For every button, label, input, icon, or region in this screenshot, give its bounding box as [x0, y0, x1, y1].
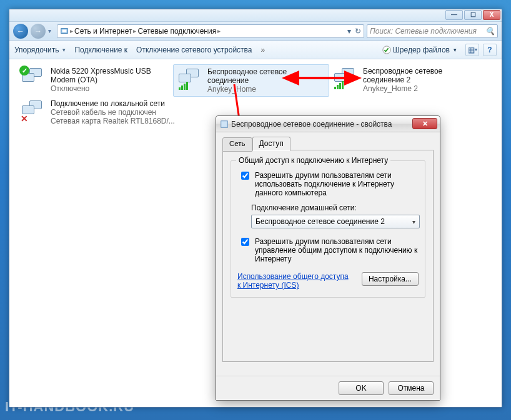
- connection-item[interactable]: ✕ Подключение по локальной сети Сетевой …: [17, 97, 186, 128]
- wifi-icon: [333, 67, 359, 90]
- conn-name: Беспроводное сетевое соединение: [207, 67, 325, 85]
- back-button[interactable]: ←: [13, 24, 28, 39]
- lan-icon: ✕: [21, 99, 47, 123]
- settings-button[interactable]: Настройка...: [362, 272, 419, 286]
- dialog-icon: [220, 120, 229, 129]
- ok-button[interactable]: OK: [339, 381, 384, 395]
- organize-menu[interactable]: Упорядочить: [14, 46, 66, 54]
- dialog-footer: OK Отмена: [216, 376, 440, 400]
- conn-name: Nokia 5220 XpressMusic USB Modem (OTA): [51, 67, 169, 84]
- svg-rect-7: [221, 120, 228, 127]
- breadcrumb-sep: ▸: [133, 27, 136, 34]
- modem-icon: ✓: [21, 67, 47, 90]
- homenet-combobox[interactable]: Беспроводное сетевое соединение 2: [251, 215, 420, 228]
- search-placeholder: Поиск: Сетевые подключения: [370, 27, 477, 36]
- maximize-button[interactable]: ☐: [464, 10, 482, 20]
- conn-status: Отключено: [51, 84, 169, 93]
- tab-panel: Общий доступ к подключению к Интернету Р…: [222, 150, 434, 362]
- file-shredder-button[interactable]: Шредер файлов▾: [382, 46, 457, 54]
- address-icon: [60, 27, 69, 36]
- search-icon: 🔍: [485, 27, 495, 36]
- help-button[interactable]: ?: [483, 44, 497, 56]
- connection-item[interactable]: Беспроводное сетевое соединение 2 Anykey…: [329, 64, 485, 95]
- tab-network[interactable]: Сеть: [222, 137, 252, 152]
- view-options-button[interactable]: ▦▾: [465, 44, 479, 56]
- titlebar[interactable]: — ☐ X: [9, 9, 502, 22]
- dialog-title: Беспроводное сетевое соединение - свойст…: [231, 120, 392, 129]
- allow-control-checkbox-row[interactable]: Разрешить другим пользователям сети упра…: [239, 237, 419, 263]
- ics-help-link[interactable]: Использование общего доступа к Интернету…: [237, 272, 350, 290]
- tab-sharing[interactable]: Доступ: [252, 137, 290, 151]
- allow-control-label: Разрешить другим пользователям сети упра…: [255, 237, 419, 263]
- disable-device-button[interactable]: Отключение сетевого устройства: [136, 46, 252, 54]
- homenet-label: Подключение домашней сети:: [251, 203, 419, 212]
- cancel-button[interactable]: Отмена: [389, 381, 434, 395]
- allow-sharing-checkbox[interactable]: [241, 172, 249, 180]
- refresh-icon[interactable]: ↻: [355, 27, 361, 36]
- search-input[interactable]: Поиск: Сетевые подключения 🔍: [367, 24, 498, 38]
- conn-status: Сетевой кабель не подключен: [51, 108, 182, 117]
- breadcrumb-seg2[interactable]: Сетевые подключения: [137, 27, 216, 36]
- connection-item[interactable]: ✓ Nokia 5220 XpressMusic USB Modem (OTA)…: [17, 64, 173, 95]
- conn-device: Сетевая карта Realtek RTL8168D/...: [51, 117, 182, 125]
- dialog-titlebar[interactable]: Беспроводное сетевое соединение - свойст…: [216, 116, 440, 132]
- addr-dropdown-icon[interactable]: ▾: [347, 27, 351, 36]
- connect-to-button[interactable]: Подключение к: [74, 46, 127, 54]
- connection-item[interactable]: Беспроводное сетевое соединение Anykey_H…: [173, 64, 329, 97]
- conn-status: Anykey_Home: [207, 85, 325, 94]
- group-legend: Общий доступ к подключению к Интернету: [236, 156, 390, 165]
- allow-sharing-label: Разрешить другим пользователям сети испо…: [255, 171, 419, 197]
- close-button[interactable]: X: [483, 10, 500, 20]
- address-bar[interactable]: ▸ Сеть и Интернет ▸ Сетевые подключения …: [57, 24, 364, 38]
- window-buttons: — ☐ X: [444, 10, 500, 20]
- history-dropdown-icon[interactable]: ▾: [48, 27, 54, 34]
- allow-control-checkbox[interactable]: [241, 238, 249, 246]
- conn-status: Anykey_Home 2: [363, 84, 482, 93]
- allow-sharing-checkbox-row[interactable]: Разрешить другим пользователям сети испо…: [239, 171, 419, 197]
- conn-name: Подключение по локальной сети: [51, 99, 182, 108]
- breadcrumb-seg1[interactable]: Сеть и Интернет: [74, 27, 132, 36]
- forward-button[interactable]: →: [31, 24, 46, 39]
- properties-dialog: Беспроводное сетевое соединение - свойст…: [216, 115, 440, 401]
- conn-name: Беспроводное сетевое соединение 2: [363, 67, 482, 84]
- toolbar: Упорядочить Подключение к Отключение сет…: [9, 41, 502, 59]
- wifi-icon: [177, 67, 204, 91]
- nav-bar: ← → ▾ ▸ Сеть и Интернет ▸ Сетевые подклю…: [9, 22, 502, 41]
- breadcrumb-sep: ▸: [70, 27, 73, 34]
- homenet-value: Беспроводное сетевое соединение 2: [255, 217, 385, 226]
- tab-strip: Сеть Доступ: [222, 136, 434, 150]
- svg-rect-1: [62, 29, 67, 32]
- breadcrumb-sep: ▸: [217, 27, 221, 34]
- ics-groupbox: Общий доступ к подключению к Интернету Р…: [231, 160, 425, 298]
- minimize-button[interactable]: —: [445, 10, 463, 20]
- shredder-label: Шредер файлов: [393, 46, 450, 54]
- dialog-close-button[interactable]: ✕: [412, 118, 437, 129]
